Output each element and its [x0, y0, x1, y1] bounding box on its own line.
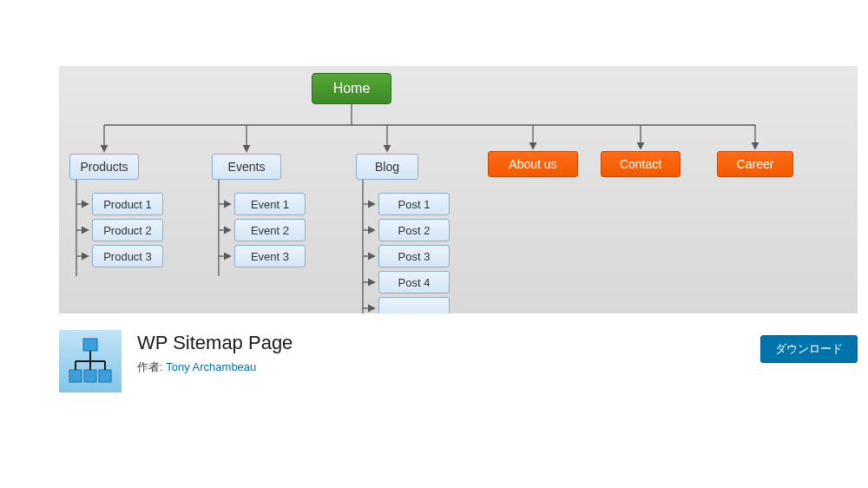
download-button[interactable]: ダウンロード [760, 335, 858, 363]
svg-rect-25 [99, 370, 111, 382]
leaf-post-1: Post 1 [378, 193, 450, 215]
author-link[interactable]: Tony Archambeau [166, 360, 256, 373]
leaf-post-2: Post 2 [378, 219, 450, 241]
leaf-product-3: Product 3 [92, 245, 163, 267]
svg-rect-22 [83, 339, 97, 351]
plugin-icon [59, 330, 122, 392]
author-label: 作者: [137, 360, 166, 373]
plugin-banner: Home Products Events Blog About us Conta… [59, 66, 858, 313]
leaf-product-1: Product 1 [92, 193, 163, 215]
leaf-event-2: Event 2 [234, 219, 306, 241]
leaf-event-1: Event 1 [234, 193, 306, 215]
node-products: Products [69, 154, 139, 180]
plugin-title: WP Sitemap Page [137, 332, 293, 354]
node-home: Home [312, 73, 391, 104]
node-career: Career [717, 151, 793, 177]
node-events: Events [212, 154, 281, 180]
leaf-product-2: Product 2 [92, 219, 163, 241]
node-about-us: About us [488, 151, 578, 177]
leaf-post-4: Post 4 [378, 271, 450, 293]
svg-rect-24 [84, 370, 96, 382]
svg-rect-23 [69, 370, 82, 382]
node-contact: Contact [601, 151, 681, 177]
leaf-event-3: Event 3 [234, 245, 306, 267]
plugin-author-line: 作者: Tony Archambeau [137, 359, 293, 375]
leaf-post-5-partial [378, 297, 450, 313]
leaf-post-3: Post 3 [378, 245, 450, 267]
plugin-header-row: WP Sitemap Page 作者: Tony Archambeau ダウンロ… [59, 323, 858, 392]
node-blog: Blog [356, 154, 418, 180]
